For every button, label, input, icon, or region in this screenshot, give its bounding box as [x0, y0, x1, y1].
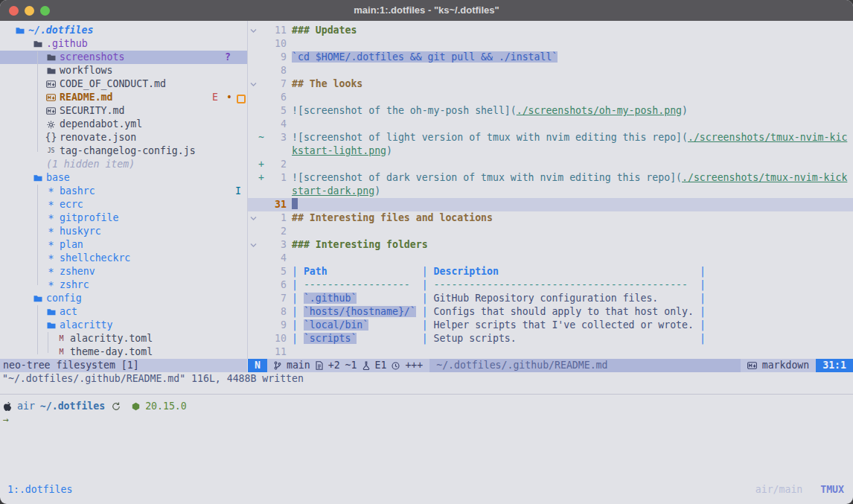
editor-line[interactable]: kstart-light.png) [248, 144, 853, 158]
text-segment: Path [304, 266, 328, 277]
tree-item-label: workflows [60, 64, 112, 77]
tree-item[interactable]: config [0, 292, 247, 305]
git-sign-column [258, 319, 266, 332]
editor-line[interactable]: 1## Interesting files and locations [248, 211, 853, 225]
tree-item[interactable]: ~/.dotfiles [0, 24, 247, 37]
tmux-label: TMUX [820, 484, 844, 495]
tree-item-label: screenshots [60, 51, 124, 64]
line-number: 5 [266, 104, 287, 118]
fold-chevron-icon[interactable] [248, 211, 258, 225]
fold-chevron-icon[interactable] [248, 24, 258, 37]
minimize-button[interactable] [25, 6, 34, 16]
editor-line[interactable]: 5![screenshot of the oh-my-posh shell](.… [248, 104, 853, 118]
folder-icon [33, 174, 42, 182]
braces-icon: {} [46, 131, 56, 144]
editor-line[interactable]: +1![screenshot of dark version of tmux w… [248, 171, 853, 185]
editor-line[interactable]: +2 [248, 158, 853, 171]
editor-line[interactable]: 7## The looks [248, 77, 853, 91]
git-sign-column [258, 104, 266, 118]
line-text [287, 158, 292, 171]
text-segment: ### Updates [292, 25, 357, 36]
git-changed-count: ~1 [345, 359, 357, 372]
editor-statusline-segment: N main +2 ~1 E1 +++ ~/.dotfiles/.github/… [248, 359, 853, 372]
fold-column [248, 118, 258, 131]
editor-line[interactable]: 4 [248, 118, 853, 131]
fold-column [248, 305, 258, 319]
git-sign-column [258, 211, 266, 225]
text-segment: | [292, 333, 304, 344]
zoom-button[interactable] [40, 6, 50, 16]
git-branch-icon [274, 361, 281, 370]
asterisk-icon: * [46, 225, 56, 238]
close-button[interactable] [9, 6, 19, 16]
markdown-file-icon [747, 362, 757, 369]
git-sign-column [258, 37, 266, 51]
line-number: 4 [266, 252, 287, 265]
text-segment: | [700, 279, 706, 290]
editor-line[interactable]: 31 [248, 198, 853, 211]
fold-chevron-icon[interactable] [248, 77, 258, 91]
editor-line[interactable]: 10| `scripts` | Setup scripts. | [248, 332, 853, 345]
tree-item-label: config [46, 292, 82, 305]
tree-item[interactable]: (1 hidden item) [0, 158, 247, 171]
editor-line[interactable]: 3### Interesting folders [248, 238, 853, 252]
tmux-session-label: air/main [755, 484, 803, 495]
terminal-window: main:1:.dotfiles - "ks~/.dotfiles" ~/.do… [0, 0, 853, 504]
clock-icon [392, 362, 400, 370]
fold-column [248, 185, 258, 198]
editor-line[interactable]: 6| ------------------ | ----------------… [248, 278, 853, 292]
editor-line[interactable]: start-dark.png) [248, 185, 853, 198]
shell-pane[interactable]: air ~/.dotfiles 20.15.0 → [3, 400, 853, 444]
fold-column [248, 104, 258, 118]
editor-line[interactable]: 11### Updates [248, 24, 853, 37]
editor-line[interactable]: 8| `hosts/{hostname}/` | Configs that sh… [248, 305, 853, 319]
asterisk-icon: * [46, 198, 56, 211]
toml-icon: M [57, 345, 66, 359]
neo-tree-sidebar[interactable]: ~/.dotfiles.githubscreenshots?workflowsC… [0, 21, 248, 359]
editor-line[interactable]: 6 [248, 91, 853, 104]
tree-item[interactable]: .github [0, 37, 247, 51]
tree-item-label: plan [60, 238, 83, 252]
editor-line[interactable]: 2 [248, 225, 853, 238]
editor-line[interactable]: 9| `local/bin` | Helper scripts that I'v… [248, 319, 853, 332]
text-segment: | [292, 293, 304, 304]
line-text [287, 91, 292, 104]
line-text [287, 37, 292, 51]
git-sign-column [258, 77, 266, 91]
editor-line[interactable]: 4 [248, 252, 853, 265]
text-segment: | [700, 293, 706, 304]
fold-column [248, 51, 258, 64]
line-number: 11 [266, 24, 287, 37]
prompt-arrow: → [3, 413, 853, 427]
modified-dot: • [226, 91, 232, 104]
editor-line[interactable]: 9`cd $HOME/.dotfiles && git pull && ./in… [248, 51, 853, 64]
text-segment: | [700, 319, 706, 331]
fold-chevron-icon[interactable] [248, 238, 258, 252]
tmux-status-bar: 1:.dotfiles air/main TMUX [0, 476, 853, 504]
line-number: 6 [266, 278, 287, 292]
fold-column [248, 345, 258, 359]
tree-item-label: zshenv [60, 265, 95, 278]
text-segment: ) [682, 105, 688, 116]
tmux-window-item[interactable]: 1:.dotfiles [7, 483, 72, 497]
editor-line[interactable]: 7| `.github` | GitHub Repository configu… [248, 292, 853, 305]
node-version: 20.15.0 [145, 400, 187, 413]
editor-line[interactable]: 10 [248, 37, 853, 51]
git-sign-column [258, 305, 266, 319]
editor-line[interactable]: 11 [248, 345, 853, 359]
text-segment [499, 266, 700, 277]
text-segment: Setup scripts. [434, 333, 517, 344]
tree-item[interactable]: base [0, 171, 247, 185]
asterisk-icon: * [46, 252, 56, 265]
text-segment: Helper scripts that I've collected or wr… [434, 319, 694, 331]
editor-line[interactable]: ~3![screenshot of light version of tmux … [248, 131, 853, 144]
git-sign-column [258, 185, 266, 198]
fold-column [248, 319, 258, 332]
editor-pane[interactable]: 11### Updates109`cd $HOME/.dotfiles && g… [248, 21, 853, 359]
text-segment: | [700, 306, 706, 317]
editor-line[interactable]: 8 [248, 64, 853, 77]
editor-line[interactable]: 5| Path | Description | [248, 265, 853, 278]
text-segment: `local/bin` [304, 319, 368, 331]
indent-guide [48, 332, 48, 353]
git-sign-column [258, 24, 266, 37]
